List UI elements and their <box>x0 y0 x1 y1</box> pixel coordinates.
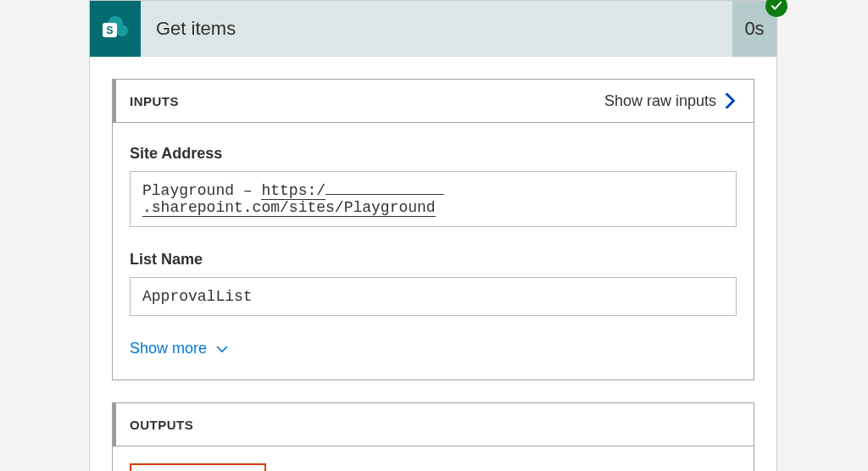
outputs-body: Click to download <box>113 446 754 471</box>
show-raw-inputs-label: Show raw inputs <box>604 92 716 110</box>
action-title: Get items <box>141 1 732 57</box>
card-body: INPUTS Show raw inputs Site Address Play… <box>90 57 776 471</box>
chevron-down-icon <box>215 342 229 356</box>
outputs-section: OUTPUTS Click to download <box>112 402 754 471</box>
sharepoint-icon: S <box>103 16 128 42</box>
site-address-label: Site Address <box>130 145 737 163</box>
redacted-segment <box>326 194 444 195</box>
list-name-label: List Name <box>130 251 737 269</box>
inputs-header: INPUTS Show raw inputs <box>113 79 754 123</box>
click-to-download-link[interactable]: Click to download <box>130 463 266 471</box>
show-raw-inputs-button[interactable]: Show raw inputs <box>604 92 738 110</box>
list-name-field: List Name ApprovalList <box>130 251 737 316</box>
status-success-badge <box>765 0 787 17</box>
connector-icon-container: S <box>90 1 141 57</box>
outputs-header: OUTPUTS <box>113 402 754 446</box>
inputs-body: Site Address Playground – https:/.sharep… <box>113 123 754 380</box>
inputs-title: INPUTS <box>130 94 179 108</box>
site-address-field: Site Address Playground – https:/.sharep… <box>130 145 737 227</box>
card-header[interactable]: S Get items 0s <box>90 1 776 57</box>
outputs-title: OUTPUTS <box>130 418 193 432</box>
inputs-section: INPUTS Show raw inputs Site Address Play… <box>112 79 754 380</box>
site-address-value: Playground – https:/.sharepoint.com/site… <box>130 171 737 227</box>
sharepoint-icon-letter: S <box>103 23 117 37</box>
checkmark-icon <box>771 0 782 12</box>
action-card-get-items: S Get items 0s INPUTS Show raw inputs S <box>89 0 777 471</box>
show-more-label: Show more <box>130 340 207 357</box>
list-name-value: ApprovalList <box>130 277 737 316</box>
chevron-right-icon <box>723 93 738 108</box>
show-more-button[interactable]: Show more <box>130 340 229 357</box>
